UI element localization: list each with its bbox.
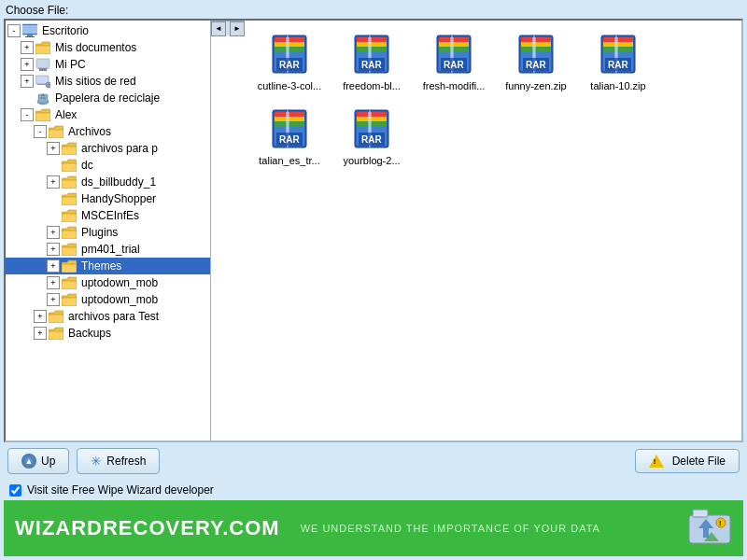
tree-expander-uptodown1[interactable]: + <box>47 276 60 289</box>
folder-icon <box>62 275 77 290</box>
main-container: Choose File: - Escritorio+ Mis documento… <box>0 0 747 560</box>
svg-rect-2 <box>27 35 33 36</box>
tree-expander-uptodown2[interactable]: + <box>47 293 60 306</box>
folder-icon <box>49 124 63 139</box>
tree-expander-archivos[interactable]: - <box>34 125 47 138</box>
tree-item-archivos-para-p[interactable]: + archivos para p <box>6 140 210 157</box>
tree-panel[interactable]: - Escritorio+ Mis documentos+ Mi PC+ Mis… <box>6 21 211 441</box>
svg-rect-83 <box>693 510 708 517</box>
svg-point-9 <box>46 82 50 88</box>
svg-rect-3 <box>25 36 35 37</box>
folder-icon <box>35 40 50 55</box>
tree-label-msceinf: MSCEInfEs <box>79 209 139 222</box>
tree-item-archivos[interactable]: - Archivos <box>6 123 210 140</box>
tree-expander-escritorio[interactable]: - <box>7 24 21 37</box>
tree-expander-alex[interactable]: - <box>21 108 34 121</box>
tree-expander-backups[interactable]: + <box>34 327 47 340</box>
network-icon <box>35 74 50 89</box>
tree-expander-mis-documentos[interactable]: + <box>21 41 34 54</box>
file-item-yourblog[interactable]: RAR yourblog-2... <box>334 103 409 170</box>
tree-item-dc[interactable]: dc <box>6 157 210 174</box>
svg-text:RAR: RAR <box>608 60 628 70</box>
tree-item-handyshopper[interactable]: HandyShopper <box>6 190 210 207</box>
tree-item-ds-billbuddy[interactable]: + ds_billbuddy_1 <box>6 174 210 190</box>
banner[interactable]: WIZARDRECOVERY.COM WE UNDERSTAND THE IMP… <box>4 500 743 556</box>
file-label-talian-10: talian-10.zip <box>590 80 645 91</box>
folder-icon <box>62 208 77 223</box>
zip-icon-freedom: RAR <box>349 32 394 77</box>
delete-label: Delete File <box>672 455 726 468</box>
folder-icon <box>62 158 77 173</box>
file-item-cutline[interactable]: RAR cutline-3-col... <box>252 28 327 95</box>
tree-item-uptodown1[interactable]: + uptodown_mob <box>6 274 210 291</box>
tree-item-alex[interactable]: - Alex <box>6 106 210 123</box>
tree-expander-archivos-para-p[interactable]: + <box>47 142 60 155</box>
tree-item-archivos-test[interactable]: + archivos para Test <box>6 308 210 325</box>
tree-item-papelera[interactable]: Papelera de reciclaje <box>6 90 210 106</box>
zip-icon-funny-zen: RAR <box>514 32 558 77</box>
refresh-button[interactable]: ✳ Refresh <box>77 448 160 474</box>
zip-icon-cutline: RAR <box>267 32 312 77</box>
hscroll-left[interactable]: ◄ <box>211 21 226 36</box>
file-item-fresh-modified[interactable]: RAR fresh-modifi... <box>416 28 491 95</box>
file-area: RAR cutline-3-col... RAR freedom-bl... <box>245 21 741 441</box>
svg-rect-5 <box>38 68 48 69</box>
svg-text:RAR: RAR <box>279 134 300 145</box>
file-item-funny-zen[interactable]: RAR funny-zen.zip <box>499 28 573 95</box>
tree-item-mis-documentos[interactable]: + Mis documentos <box>6 39 210 56</box>
checkbox-area: Visit site Free Wipe Wizard developer <box>4 480 743 500</box>
file-label-fresh-modified: fresh-modifi... <box>423 80 486 91</box>
tree-item-mi-pc[interactable]: + Mi PC <box>6 56 210 73</box>
svg-text:!: ! <box>719 520 721 526</box>
tree-expander-plugins[interactable]: + <box>47 226 60 239</box>
folder-icon <box>62 175 77 189</box>
tree-expander-mis-sitios-de-red[interactable]: + <box>21 75 34 88</box>
visit-site-checkbox[interactable] <box>9 484 21 497</box>
tree-expander-mi-pc[interactable]: + <box>21 58 34 71</box>
svg-text:RAR: RAR <box>361 134 382 145</box>
file-label-freedom: freedom-bl... <box>343 80 401 91</box>
svg-rect-4 <box>36 59 49 68</box>
tree-expander-archivos-test[interactable]: + <box>34 310 47 323</box>
visit-site-label[interactable]: Visit site Free Wipe Wizard developer <box>27 483 214 497</box>
folder-icon <box>62 191 77 206</box>
svg-text:RAR: RAR <box>279 60 300 70</box>
tree-label-backups: Backups <box>66 327 111 340</box>
tree-item-mis-sitios-de-red[interactable]: + Mis sitios de red <box>6 73 210 90</box>
zip-icon-fresh-modified: RAR <box>431 32 476 77</box>
file-item-talian-10[interactable]: RAR talian-10.zip <box>581 28 655 95</box>
file-item-talian-es[interactable]: RAR talian_es_tr... <box>252 103 327 170</box>
file-item-freedom[interactable]: RAR freedom-bl... <box>334 28 409 95</box>
tree-item-msceinf[interactable]: MSCEInfEs <box>6 207 210 224</box>
up-label: Up <box>41 455 55 468</box>
tree-label-uptodown1: uptodown_mob <box>79 276 158 289</box>
hscroll-right[interactable]: ► <box>230 21 245 36</box>
tree-label-papelera: Papelera de reciclaje <box>53 91 160 105</box>
tree-item-backups[interactable]: + Backups <box>6 325 210 342</box>
up-icon: ▲ <box>21 454 36 469</box>
tree-item-escritorio[interactable]: - Escritorio <box>6 22 210 39</box>
banner-tagline: WE UNDERSTAND THE IMPORTANCE OF YOUR DAT… <box>291 523 676 534</box>
tree-expander-ds-billbuddy[interactable]: + <box>47 175 60 189</box>
file-label-yourblog: yourblog-2... <box>343 155 400 166</box>
choose-file-label: Choose File: <box>4 4 743 17</box>
zip-icon-talian-es: RAR <box>267 106 312 151</box>
tree-label-dc: dc <box>79 159 93 172</box>
tree-item-plugins[interactable]: + Plugins <box>6 224 210 241</box>
tree-item-pm401[interactable]: + pm401_trial <box>6 241 210 258</box>
warning-icon: ! <box>649 455 664 468</box>
folder-icon <box>62 242 77 257</box>
up-button[interactable]: ▲ Up <box>7 448 69 474</box>
tree-item-uptodown2[interactable]: + uptodown_mob <box>6 291 210 308</box>
tree-hscroll[interactable]: ◄► <box>211 21 245 35</box>
tree-label-mis-documentos: Mis documentos <box>53 41 136 54</box>
file-label-funny-zen: funny-zen.zip <box>505 80 566 91</box>
zip-icon-talian-10: RAR <box>596 32 641 77</box>
tree-expander-pm401[interactable]: + <box>47 243 60 256</box>
tree-expander-themes[interactable]: + <box>47 259 60 273</box>
file-label-talian-es: talian_es_tr... <box>259 155 319 166</box>
delete-button[interactable]: ! Delete File <box>635 449 740 473</box>
tree-item-themes[interactable]: + Themes <box>6 258 210 274</box>
desktop-icon <box>22 23 37 38</box>
svg-rect-6 <box>39 69 47 71</box>
